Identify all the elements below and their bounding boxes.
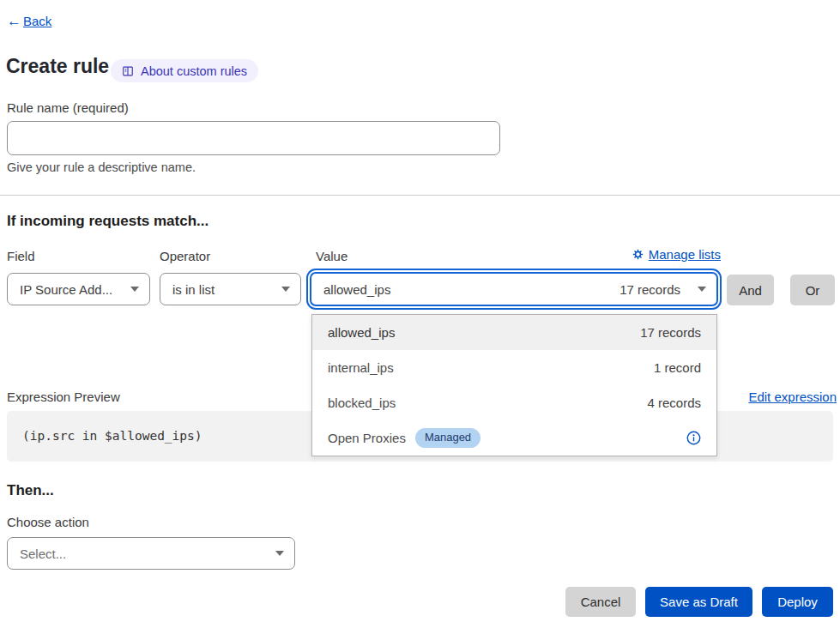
expression-preview-label: Expression Preview: [7, 389, 120, 404]
choose-action-label: Choose action: [7, 515, 89, 529]
list-dropdown-menu: allowed_ips 17 records internal_ips 1 re…: [311, 314, 717, 456]
operator-select-value: is in list: [172, 282, 215, 297]
managed-badge: Managed: [415, 428, 480, 448]
page-title: Create rule: [6, 55, 109, 78]
create-rule-page: ← Back Create rule About custom rules Ru…: [0, 0, 840, 634]
list-option-name: internal_ips: [328, 360, 394, 375]
list-option-name: allowed_ips: [328, 325, 395, 340]
list-option-blocked-ips[interactable]: blocked_ips 4 records: [312, 385, 716, 420]
caret-down-icon: [698, 287, 706, 292]
list-option-name: Open Proxies: [328, 431, 406, 445]
caret-down-icon: [275, 551, 284, 556]
rule-name-helper-text: Give your rule a descriptive name.: [7, 160, 196, 174]
rule-name-label: Rule name (required): [7, 100, 129, 115]
list-option-records: 4 records: [647, 395, 701, 410]
list-option-allowed-ips[interactable]: allowed_ips 17 records: [312, 315, 716, 350]
gear-icon: [632, 249, 644, 260]
field-select-value: IP Source Add...: [20, 282, 112, 297]
manage-lists-label: Manage lists: [649, 247, 721, 262]
edit-expression-link[interactable]: Edit expression: [748, 389, 837, 404]
value-select-record-count: 17 records: [619, 282, 680, 297]
field-select[interactable]: IP Source Add...: [7, 273, 150, 305]
back-link[interactable]: ← Back: [7, 14, 51, 28]
value-select[interactable]: allowed_ips 17 records: [310, 272, 718, 306]
caret-down-icon: [281, 287, 290, 292]
about-custom-rules-link[interactable]: About custom rules: [111, 59, 258, 82]
list-option-name: blocked_ips: [328, 395, 396, 410]
about-custom-rules-label: About custom rules: [141, 64, 247, 78]
back-link-label: Back: [23, 14, 51, 28]
operator-column-label: Operator: [160, 249, 210, 263]
deploy-button[interactable]: Deploy: [762, 587, 833, 617]
rule-name-input[interactable]: [7, 121, 500, 155]
cancel-button[interactable]: Cancel: [565, 587, 636, 617]
section-divider: [0, 195, 840, 196]
match-section-heading: If incoming requests match...: [7, 213, 208, 230]
book-icon: [122, 65, 134, 77]
list-option-records: 1 record: [654, 360, 701, 375]
operator-select[interactable]: is in list: [160, 273, 301, 305]
list-option-records: 17 records: [640, 325, 701, 340]
value-select-name: allowed_ips: [323, 282, 390, 297]
save-as-draft-button[interactable]: Save as Draft: [645, 587, 752, 617]
action-select-placeholder: Select...: [20, 546, 66, 561]
info-icon[interactable]: [686, 431, 701, 445]
value-column-label: Value: [316, 249, 347, 263]
then-section-heading: Then...: [7, 482, 54, 499]
and-button[interactable]: And: [727, 275, 774, 305]
caret-down-icon: [130, 287, 139, 292]
list-option-internal-ips[interactable]: internal_ips 1 record: [312, 350, 716, 385]
list-option-open-proxies[interactable]: Open Proxies Managed: [312, 420, 716, 456]
back-arrow-icon: ←: [7, 14, 21, 28]
manage-lists-link[interactable]: Manage lists: [632, 247, 721, 262]
action-select[interactable]: Select...: [7, 537, 295, 570]
field-column-label: Field: [7, 249, 35, 263]
or-button[interactable]: Or: [790, 275, 835, 305]
